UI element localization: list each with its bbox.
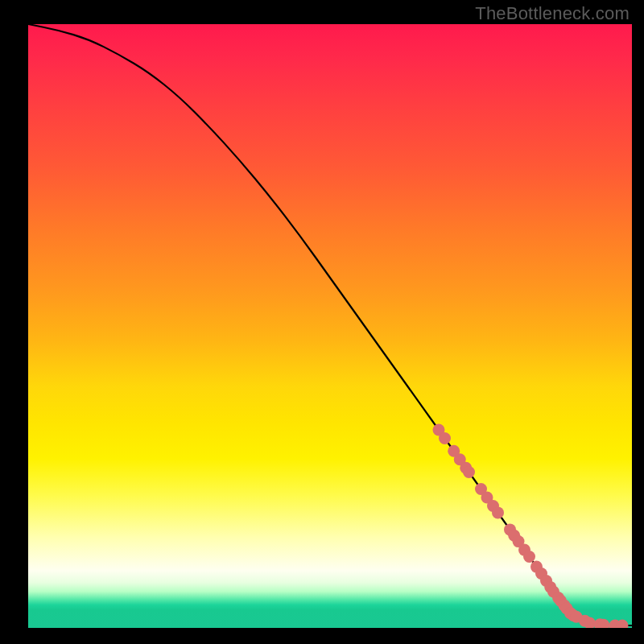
data-point bbox=[523, 551, 535, 563]
data-point bbox=[463, 466, 475, 478]
bottleneck-curve bbox=[28, 24, 632, 625]
chart-svg bbox=[28, 24, 632, 628]
watermark-text: TheBottleneck.com bbox=[475, 3, 630, 24]
chart-plot-area bbox=[28, 24, 632, 628]
data-point bbox=[492, 506, 504, 518]
data-point bbox=[439, 432, 451, 444]
data-points-group bbox=[433, 424, 629, 629]
